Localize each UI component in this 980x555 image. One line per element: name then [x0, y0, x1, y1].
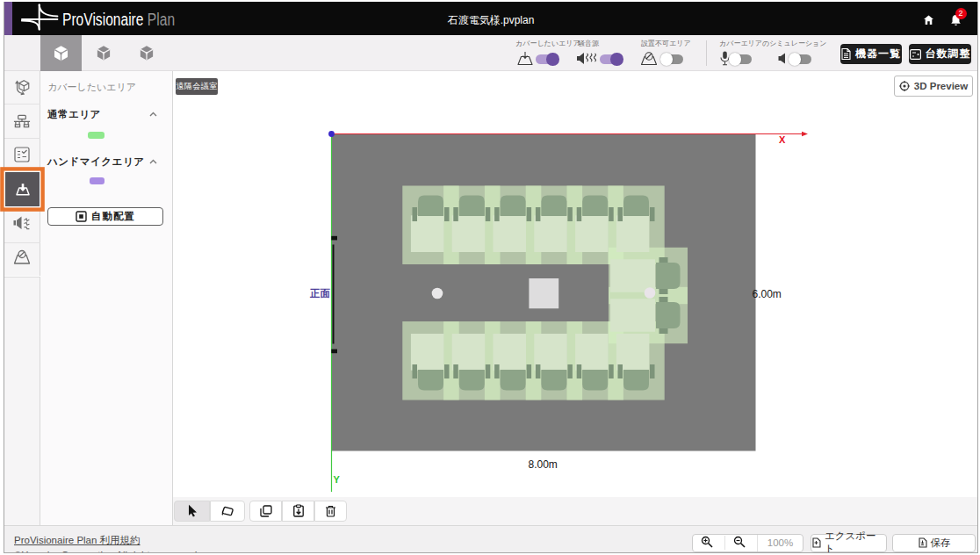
svg-text:正面: 正面: [309, 288, 331, 299]
svg-text:8.00m: 8.00m: [529, 458, 558, 471]
svg-text:X: X: [779, 134, 786, 145]
svg-text:6.00m: 6.00m: [753, 288, 782, 300]
svg-text:Y: Y: [334, 474, 341, 485]
